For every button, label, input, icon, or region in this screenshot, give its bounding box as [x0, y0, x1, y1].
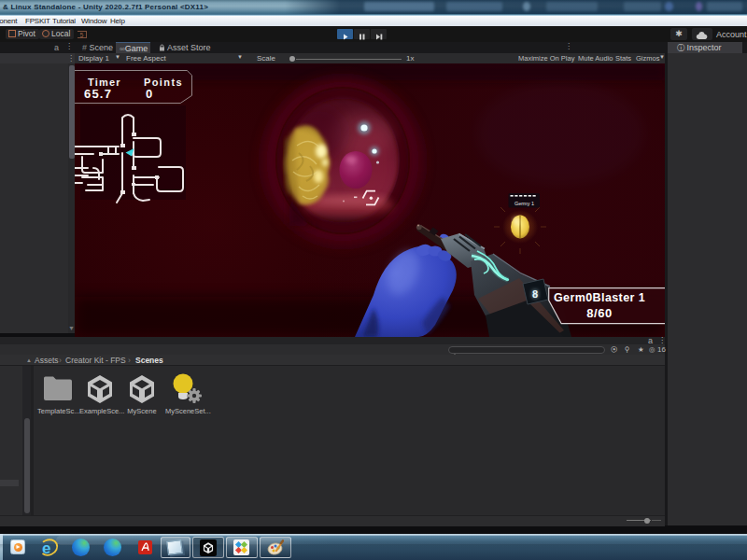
- svg-text:8: 8: [532, 288, 538, 300]
- svg-text:Germy 1: Germy 1: [514, 201, 534, 206]
- svg-text:Germ0Blaster 1: Germ0Blaster 1: [554, 291, 645, 304]
- svg-text:0: 0: [146, 87, 152, 101]
- svg-text:e: e: [42, 539, 50, 557]
- svg-text:8/60: 8/60: [586, 306, 612, 320]
- svg-text:65.7: 65.7: [84, 87, 112, 101]
